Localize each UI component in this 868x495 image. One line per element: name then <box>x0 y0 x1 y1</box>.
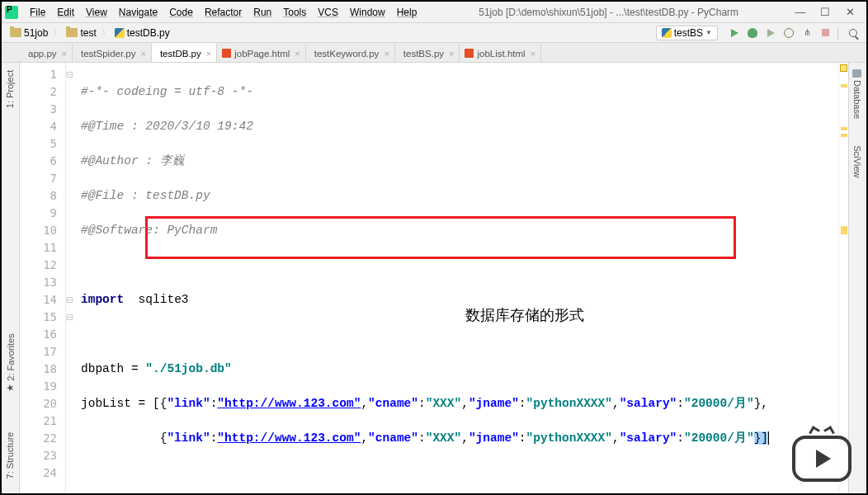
stop-button[interactable] <box>818 26 833 40</box>
close-icon[interactable]: × <box>295 49 300 59</box>
editor-tab[interactable]: app.py× <box>20 43 73 62</box>
tab-label: testSpider.py <box>81 49 135 59</box>
concurrency-button[interactable]: ⋔ <box>800 26 814 40</box>
breadcrumb-file[interactable]: testDB.py <box>111 26 173 40</box>
gear-icon <box>784 28 794 38</box>
folder-icon <box>66 28 78 37</box>
chevron-down-icon: ▼ <box>705 29 712 36</box>
play-icon <box>816 450 831 468</box>
tool-database[interactable]: Database <box>853 69 863 119</box>
tab-label: jobList.html <box>477 49 525 59</box>
run-button[interactable] <box>727 26 742 40</box>
inspection-indicator[interactable] <box>840 64 847 72</box>
close-icon[interactable]: × <box>449 49 454 59</box>
run-config-selector[interactable]: testBS ▼ <box>656 26 718 40</box>
editor-tab[interactable]: jobPage.html× <box>217 43 306 62</box>
video-watermark <box>792 436 851 482</box>
breadcrumb-sep: 〉 <box>101 27 110 39</box>
code-area[interactable]: #-*- codeing = utf-8 -*- #@Time : 2020/3… <box>78 63 838 493</box>
menu-window[interactable]: Window <box>345 5 390 20</box>
annotation-text: 数据库存储的形式 <box>465 307 584 324</box>
play-icon <box>767 29 775 37</box>
html-icon <box>465 49 474 58</box>
close-icon[interactable]: × <box>140 49 145 59</box>
python-icon <box>115 28 125 38</box>
warning-marker[interactable] <box>841 84 847 87</box>
close-icon[interactable]: × <box>384 49 389 59</box>
close-icon[interactable]: × <box>206 49 211 59</box>
right-tool-strip: Database SciView <box>848 63 866 493</box>
editor[interactable]: 123456789101112131415161718192021222324 … <box>20 63 848 493</box>
warning-marker[interactable] <box>841 226 847 234</box>
editor-tab[interactable]: testKeyword.py× <box>306 43 395 62</box>
python-icon <box>662 28 672 38</box>
app-icon <box>5 6 18 19</box>
editor-tabs: app.py×testSpider.py×testDB.py×jobPage.h… <box>2 43 866 63</box>
menu-run[interactable]: Run <box>248 5 276 20</box>
search-everywhere-button[interactable] <box>846 26 861 40</box>
stop-icon <box>822 29 829 36</box>
tool-structure[interactable]: 7: Structure <box>6 432 16 479</box>
left-tool-strip: 1: Project ★2: Favorites 7: Structure <box>2 63 20 493</box>
run-config-name: testBS <box>674 27 703 39</box>
toolbar: 51job 〉 test 〉 testDB.py testBS ▼ ⋔ <box>2 23 866 43</box>
profile-button[interactable] <box>781 26 796 40</box>
warning-marker[interactable] <box>841 127 847 130</box>
editor-tab[interactable]: testDB.py× <box>152 43 217 62</box>
menu-navigate[interactable]: Navigate <box>114 5 163 20</box>
breadcrumb-sep: 〉 <box>53 27 61 39</box>
tool-favorites[interactable]: ★2: Favorites <box>5 333 16 391</box>
tab-label: jobPage.html <box>234 49 290 59</box>
run-coverage-button[interactable] <box>763 26 778 40</box>
database-icon <box>853 69 862 78</box>
window-title: 51job [D:\demo\shixun\51job] - ...\test\… <box>422 7 795 18</box>
close-button[interactable]: ✕ <box>845 7 855 17</box>
menu-help[interactable]: Help <box>392 5 422 20</box>
error-stripe[interactable] <box>838 63 848 493</box>
debug-button[interactable] <box>745 26 760 40</box>
search-icon <box>849 29 857 37</box>
editor-tab[interactable]: testSpider.py× <box>73 43 152 62</box>
warning-marker[interactable] <box>841 134 847 137</box>
tab-label: testDB.py <box>160 49 201 59</box>
minimize-button[interactable]: — <box>795 7 805 17</box>
titlebar: File Edit View Navigate Code Refactor Ru… <box>2 2 866 23</box>
play-icon <box>731 29 738 37</box>
folder-icon <box>10 28 21 37</box>
menubar: File Edit View Navigate Code Refactor Ru… <box>25 5 422 20</box>
html-icon <box>222 49 231 58</box>
breadcrumb-folder[interactable]: test <box>63 26 99 40</box>
tool-sciview[interactable]: SciView <box>853 146 863 178</box>
tool-project[interactable]: 1: Project <box>6 70 16 108</box>
concurrency-icon: ⋔ <box>804 27 811 38</box>
tab-label: testKeyword.py <box>314 49 380 59</box>
tab-label: app.py <box>28 49 57 59</box>
editor-tab[interactable]: jobList.html× <box>460 43 541 62</box>
breadcrumb-project[interactable]: 51job <box>7 26 51 40</box>
menu-view[interactable]: View <box>81 5 112 20</box>
menu-vcs[interactable]: VCS <box>313 5 343 20</box>
close-icon[interactable]: × <box>62 49 67 59</box>
text-cursor <box>768 431 769 445</box>
gutter-marks: ⊟ ⊟⊟ <box>66 63 78 493</box>
bug-icon <box>748 28 757 38</box>
editor-tab[interactable]: testBS.py× <box>395 43 460 62</box>
tab-label: testBS.py <box>403 49 444 59</box>
close-icon[interactable]: × <box>531 49 535 59</box>
menu-file[interactable]: File <box>25 5 50 20</box>
menu-edit[interactable]: Edit <box>52 5 79 20</box>
menu-tools[interactable]: Tools <box>278 5 311 20</box>
menu-code[interactable]: Code <box>164 5 198 20</box>
menu-refactor[interactable]: Refactor <box>200 5 247 20</box>
line-numbers: 123456789101112131415161718192021222324 <box>20 63 66 493</box>
maximize-button[interactable]: ☐ <box>820 7 830 17</box>
